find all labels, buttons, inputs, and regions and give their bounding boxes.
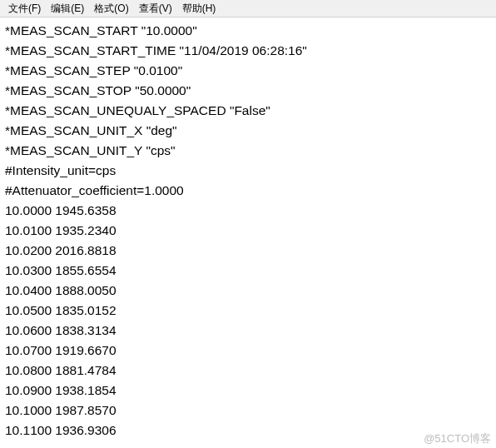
text-content[interactable]: *MEAS_SCAN_START "10.0000"*MEAS_SCAN_STA… (0, 17, 496, 448)
data-row: 10.0300 1855.6554 (5, 261, 491, 281)
menu-help[interactable]: 帮助(H) (177, 1, 221, 17)
menu-file[interactable]: 文件(F) (3, 1, 46, 17)
menu-view[interactable]: 查看(V) (134, 1, 177, 17)
data-row: 10.0800 1881.4784 (5, 361, 491, 381)
menu-edit[interactable]: 编辑(E) (46, 1, 89, 17)
data-row: 10.0500 1835.0152 (5, 301, 491, 321)
data-row: 10.0600 1838.3134 (5, 321, 491, 341)
header-line: *MEAS_SCAN_STOP "50.0000" (5, 81, 491, 101)
header-line: *MEAS_SCAN_UNIT_X "deg" (5, 121, 491, 141)
header-line: *MEAS_SCAN_START "10.0000" (5, 21, 491, 41)
data-row: 10.0100 1935.2340 (5, 221, 491, 241)
data-row: 10.1100 1936.9306 (5, 421, 491, 441)
data-row: 10.0200 2016.8818 (5, 241, 491, 261)
header-line: *MEAS_SCAN_UNEQUALY_SPACED "False" (5, 101, 491, 121)
header-line: #Intensity_unit=cps (5, 161, 491, 181)
menu-format[interactable]: 格式(O) (89, 1, 133, 17)
data-row: 10.0000 1945.6358 (5, 201, 491, 221)
header-line: *MEAS_SCAN_START_TIME "11/04/2019 06:28:… (5, 41, 491, 61)
content-area: *MEAS_SCAN_START "10.0000"*MEAS_SCAN_STA… (0, 17, 496, 448)
data-row: 10.0700 1919.6670 (5, 341, 491, 361)
header-line: #Attenuator_coefficient=1.0000 (5, 181, 491, 201)
data-row: 10.0900 1938.1854 (5, 381, 491, 401)
data-row: 10.1000 1987.8570 (5, 401, 491, 421)
header-line: *MEAS_SCAN_UNIT_Y "cps" (5, 141, 491, 161)
header-line: *MEAS_SCAN_STEP "0.0100" (5, 61, 491, 81)
menubar: 文件(F) 编辑(E) 格式(O) 查看(V) 帮助(H) (0, 0, 496, 17)
data-row: 10.0400 1888.0050 (5, 281, 491, 301)
